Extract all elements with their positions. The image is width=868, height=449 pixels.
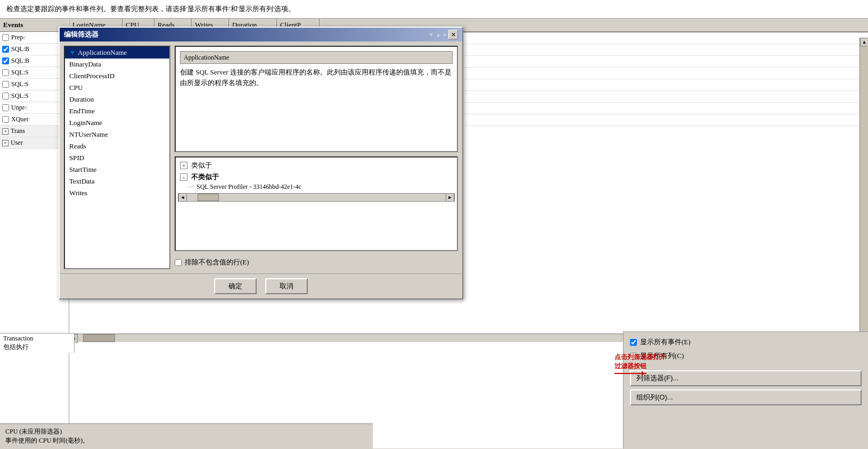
filter-item-binarydata[interactable]: BinaryData bbox=[65, 59, 169, 70]
row-2-label: SQL:B bbox=[11, 57, 29, 65]
filter-item-label-11: TextData bbox=[69, 177, 94, 186]
h-scroll-thumb bbox=[83, 334, 115, 342]
transaction-area: Transaction 包括执行 bbox=[0, 333, 75, 353]
vertical-scrollbar[interactable]: ▲ ▼ bbox=[859, 38, 868, 342]
row-7-checkbox[interactable] bbox=[2, 116, 9, 123]
cond-scroll-thumb bbox=[198, 194, 219, 201]
row-7-label: XQuer bbox=[11, 115, 29, 123]
filter-item-spid[interactable]: SPID bbox=[65, 152, 169, 164]
cond-scroll-track bbox=[187, 194, 446, 201]
edit-filter-dialog: 编辑筛选器 ▼ ▲ ● ✕ ▼ ApplicationName BinaryDa… bbox=[59, 27, 463, 300]
exclude-label: 排除不包含值的行(E) bbox=[185, 257, 249, 267]
row-0-checkbox[interactable] bbox=[2, 34, 9, 41]
dialog-overlay: 编辑筛选器 ▼ ▲ ● ✕ ▼ ApplicationName BinaryDa… bbox=[59, 27, 463, 300]
filter-item-applicationname[interactable]: ▼ ApplicationName bbox=[65, 47, 169, 59]
similar-label: 类似于 bbox=[191, 161, 212, 169]
filter-item-loginname[interactable]: LoginName bbox=[65, 117, 169, 129]
exclude-row: 排除不包含值的行(E) bbox=[175, 255, 458, 269]
status-line-2: 事件使用的 CPU 时间(毫秒)。 bbox=[5, 436, 367, 445]
row-4-label: SQL:S bbox=[11, 80, 29, 88]
filter-list[interactable]: ▼ ApplicationName BinaryData ClientProce… bbox=[64, 46, 170, 269]
filter-item-clientprocessid[interactable]: ClientProcessID bbox=[65, 70, 169, 82]
filter-item-label-7: NTUserName bbox=[69, 130, 108, 139]
filter-item-label-6: LoginName bbox=[69, 119, 102, 127]
filter-item-label-12: Writes bbox=[69, 189, 87, 197]
filter-desc-text: 创建 SQL Server 连接的客户端应用程序的名称。此列由该应用程序传递的值… bbox=[180, 67, 453, 88]
right-bottom-panel: 显示所有事件(E) 显示所有列(C) 列筛选器(F)... 组织列(O)... bbox=[623, 331, 868, 448]
dialog-titlebar: 编辑筛选器 ▼ ▲ ● ✕ bbox=[60, 28, 462, 41]
annotation-line1: 点击列筛选器打开 bbox=[615, 353, 666, 362]
filter-item-starttime[interactable]: StartTime bbox=[65, 164, 169, 176]
filter-item-label-10: StartTime bbox=[69, 165, 97, 174]
transaction-sub: 包括执行 bbox=[3, 343, 71, 352]
dialog-buttons: 确定 取消 bbox=[60, 273, 462, 298]
filter-item-label-4: Duration bbox=[69, 95, 94, 104]
row-6-checkbox[interactable] bbox=[2, 104, 9, 111]
filter-item-cpu[interactable]: CPU bbox=[65, 82, 169, 94]
filter-desc-box: ApplicationName 创建 SQL Server 连接的客户端应用程序… bbox=[175, 46, 458, 152]
row-6-label: Unpre bbox=[11, 104, 27, 112]
instruction-text: 检查选定要跟踪的事件和事件列。要查看完整列表，请选择'显示所有事件'和'显示所有… bbox=[6, 5, 295, 13]
filter-desc-title: ApplicationName bbox=[180, 51, 453, 64]
ok-button[interactable]: 确定 bbox=[214, 278, 257, 294]
row-3-label: SQL:S bbox=[11, 69, 29, 77]
condition-child-value: ···· SQL Server Profiler - 33146bbd-42e1… bbox=[178, 183, 455, 191]
row-3-checkbox[interactable] bbox=[2, 69, 9, 76]
filter-item-textdata[interactable]: TextData bbox=[65, 176, 169, 187]
filter-item-label-9: SPID bbox=[69, 154, 84, 162]
show-events-label: 显示所有事件(E) bbox=[640, 337, 691, 347]
group-trans-label: Trans bbox=[11, 127, 25, 135]
filter-item-label-3: CPU bbox=[69, 84, 83, 92]
not-similar-label: 不类似于 bbox=[191, 173, 219, 181]
dialog-subtitle: ▼ ▲ ● bbox=[428, 31, 446, 38]
annotation-area: 点击列筛选器打开 过滤器按钮 bbox=[615, 353, 666, 374]
row-0-label: Prepe bbox=[11, 34, 26, 41]
status-line-1: CPU (未应用筛选器) bbox=[5, 427, 367, 436]
v-scroll-up-btn[interactable]: ▲ bbox=[860, 38, 868, 46]
cancel-button[interactable]: 取消 bbox=[265, 278, 308, 294]
instruction-bar: 检查选定要跟踪的事件和事件列。要查看完整列表，请选择'显示所有事件'和'显示所有… bbox=[0, 0, 868, 19]
org-col-btn[interactable]: 组织列(O)... bbox=[630, 389, 862, 405]
filter-item-writes[interactable]: Writes bbox=[65, 187, 169, 199]
exclude-checkbox[interactable] bbox=[175, 259, 182, 266]
transaction-label: Transaction bbox=[3, 335, 71, 343]
arrow-icon bbox=[615, 373, 646, 374]
expand-similar-icon[interactable]: + bbox=[180, 162, 187, 169]
row-1-checkbox[interactable] bbox=[2, 46, 9, 53]
condition-tree: + 类似于 - 不类似于 ···· SQL Server Profiler - … bbox=[178, 160, 455, 191]
filter-right: ApplicationName 创建 SQL Server 连接的客户端应用程序… bbox=[175, 46, 458, 269]
v-scroll-track bbox=[860, 46, 868, 334]
filter-item-label-0: ApplicationName bbox=[78, 48, 127, 57]
dialog-close-btn[interactable]: ✕ bbox=[448, 30, 458, 39]
filter-icon: ▼ bbox=[69, 49, 76, 57]
condition-not-similar[interactable]: - 不类似于 bbox=[178, 171, 455, 183]
filter-item-label-1: BinaryData bbox=[69, 60, 101, 69]
annotation-arrow bbox=[615, 373, 666, 374]
annotation-line2: 过滤器按钮 bbox=[615, 362, 666, 371]
dialog-body: ▼ ApplicationName BinaryData ClientProce… bbox=[60, 41, 462, 273]
filter-item-label-5: EndTime bbox=[69, 107, 95, 115]
row-5-label: SQL:S bbox=[11, 92, 29, 100]
row-4-checkbox[interactable] bbox=[2, 81, 9, 88]
filter-item-duration[interactable]: Duration bbox=[65, 94, 169, 105]
show-events-checkbox[interactable] bbox=[630, 339, 637, 346]
expand-user-icon: + bbox=[2, 140, 9, 146]
cond-scroll-right-btn[interactable]: ► bbox=[446, 193, 454, 202]
filter-item-ntusername[interactable]: NTUserName bbox=[65, 129, 169, 140]
expand-not-similar-icon[interactable]: - bbox=[180, 173, 187, 181]
filter-conditions-box: + 类似于 - 不类似于 ···· SQL Server Profiler - … bbox=[175, 156, 458, 251]
filter-item-label-2: ClientProcessID bbox=[69, 72, 114, 80]
bottom-buttons: 列筛选器(F)... 组织列(O)... bbox=[630, 370, 862, 405]
conditions-scrollbar[interactable]: ◄ ► bbox=[178, 193, 455, 202]
not-similar-value: SQL Server Profiler - 33146bbd-42e1-4c bbox=[196, 183, 301, 190]
row-1-label: SQL:B bbox=[11, 45, 29, 53]
row-2-checkbox[interactable] bbox=[2, 57, 9, 64]
row-5-checkbox[interactable] bbox=[2, 93, 9, 99]
filter-item-endtime[interactable]: EndTime bbox=[65, 105, 169, 117]
dialog-title: 编辑筛选器 bbox=[64, 30, 99, 39]
cond-scroll-left-btn[interactable]: ◄ bbox=[178, 193, 187, 202]
filter-item-reads[interactable]: Reads bbox=[65, 140, 169, 152]
condition-similar[interactable]: + 类似于 bbox=[178, 160, 455, 171]
bottom-left-info: CPU (未应用筛选器) 事件使用的 CPU 时间(毫秒)。 bbox=[0, 423, 373, 448]
filter-item-label-8: Reads bbox=[69, 142, 86, 151]
